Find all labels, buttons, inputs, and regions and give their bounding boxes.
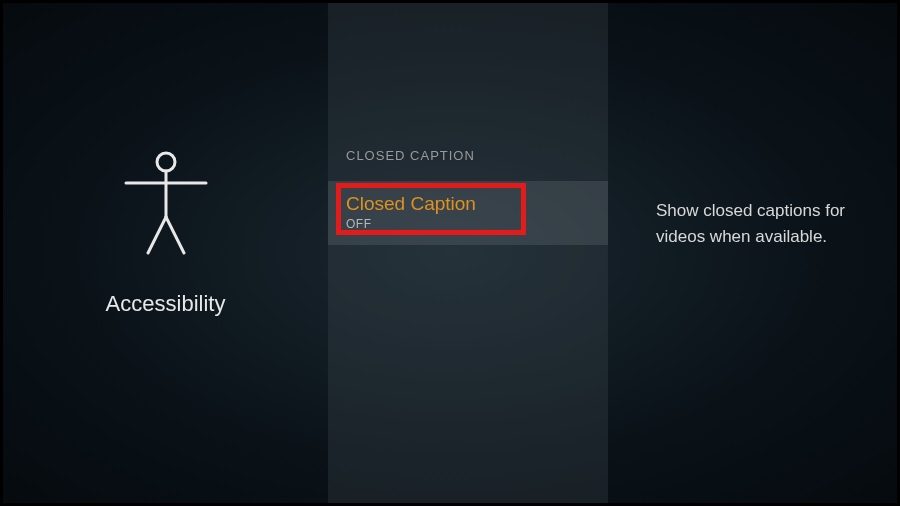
accessibility-icon [118, 149, 214, 263]
svg-line-3 [148, 217, 166, 253]
description-panel: Show closed captions for videos when ava… [608, 3, 897, 503]
setting-description: Show closed captions for videos when ava… [656, 198, 867, 249]
left-panel: Accessibility [3, 3, 328, 503]
setting-title: Closed Caption [346, 193, 590, 215]
settings-screen: Accessibility CLOSED CAPTION Closed Capt… [3, 3, 897, 503]
setting-value: OFF [346, 217, 590, 231]
closed-caption-setting[interactable]: Closed Caption OFF [328, 181, 608, 245]
svg-point-0 [157, 153, 175, 171]
svg-line-4 [166, 217, 184, 253]
section-header: CLOSED CAPTION [328, 148, 608, 181]
settings-list-panel: CLOSED CAPTION Closed Caption OFF [328, 3, 608, 503]
accessibility-label: Accessibility [106, 291, 226, 317]
